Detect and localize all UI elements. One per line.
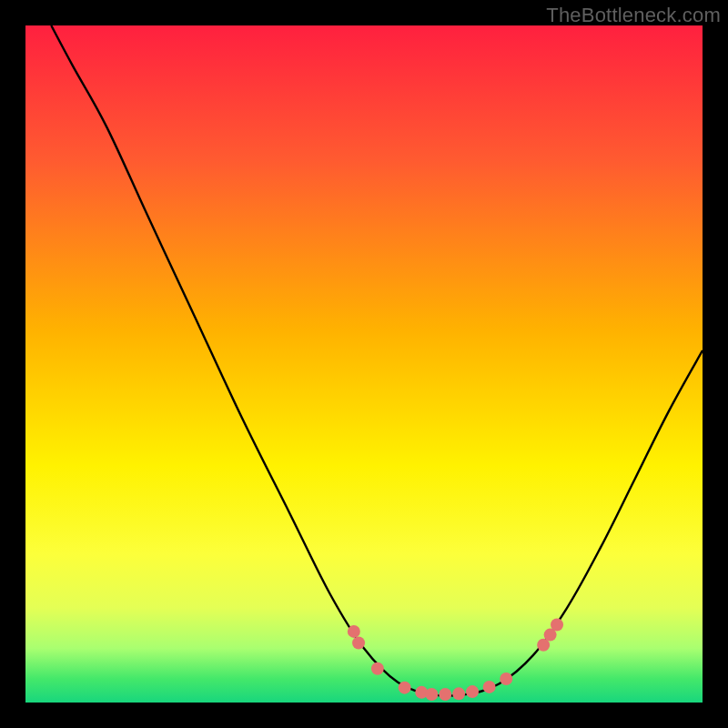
data-marker [399, 682, 411, 694]
data-marker [483, 681, 496, 693]
chart-container: TheBottleneck.com [0, 0, 728, 728]
bottleneck-chart [0, 0, 728, 728]
watermark-text: TheBottleneck.com [546, 4, 721, 27]
data-marker [352, 637, 365, 650]
data-marker [425, 688, 438, 701]
data-marker [439, 688, 451, 701]
data-marker [551, 618, 563, 631]
data-marker [452, 687, 465, 700]
data-marker [466, 685, 479, 698]
data-marker [348, 625, 360, 638]
data-marker [371, 662, 384, 675]
plot-background [25, 25, 703, 703]
data-marker [500, 672, 512, 685]
